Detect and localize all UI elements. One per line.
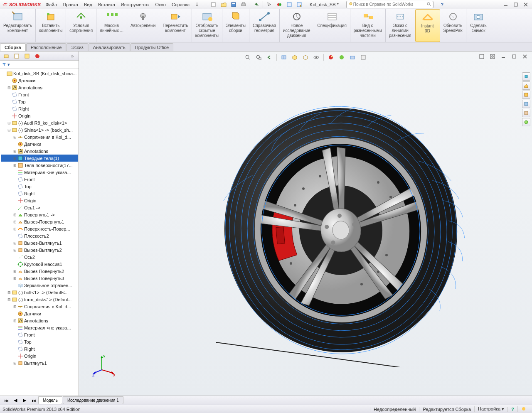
ribbon-4[interactable]: Автокрепежи (127, 9, 159, 42)
scene-icon[interactable] (326, 53, 335, 61)
tree-item[interactable]: Датчики (1, 140, 78, 148)
vp-min-icon[interactable] (499, 52, 508, 61)
menu-Окно[interactable]: Окно (153, 1, 168, 8)
tree-item[interactable]: ⊞Повернуть1 -> (1, 211, 78, 218)
appearance-icon[interactable] (337, 53, 346, 61)
tree-item[interactable]: ⊞(-) bolt<1> -> (Default<... (1, 289, 78, 296)
btab-nav-last-icon[interactable]: ⏭ (29, 396, 38, 405)
menu-Вставка[interactable]: Вставка (96, 1, 118, 8)
ribbon-9[interactable]: Новоеисследованиедвижения (280, 9, 314, 42)
hide-show-icon[interactable] (312, 53, 321, 61)
ribbon-6[interactable]: Отобразитьскрытыекомпоненты (192, 9, 222, 42)
render-icon[interactable] (348, 53, 357, 61)
status-help-icon[interactable]: ? (507, 407, 517, 412)
tree-item[interactable]: ⊟(-) Shina<1> -> (back_sh... (1, 126, 78, 133)
ribbon-12[interactable]: Эскиз слиниямиразнесения (386, 9, 415, 42)
tree-config-icon[interactable] (12, 52, 21, 60)
ribbon-5[interactable]: Переместитькомпонент (159, 9, 192, 42)
ribbon-13[interactable]: Instant3D (415, 9, 440, 42)
bottom-tab-Исследование движения 1[interactable]: Исследование движения 1 (63, 396, 123, 404)
ribbon-10[interactable]: Спецификация (314, 9, 350, 42)
close-icon[interactable] (521, 0, 530, 9)
tree-item[interactable]: ⊞Тела поверхности(17... (1, 162, 78, 169)
section-icon[interactable] (279, 53, 288, 61)
tree-item[interactable]: ⊞Вырез-Повернуть1 (1, 218, 78, 225)
tree-item[interactable]: Top (1, 183, 78, 190)
tab-Эскиз[interactable]: Эскиз (66, 43, 88, 51)
tree-item[interactable]: Top (1, 338, 78, 345)
status-settings[interactable]: Настройка ▾ (474, 406, 507, 412)
ribbon-2[interactable]: Условиясопряжения (66, 9, 96, 42)
tree-item[interactable]: Origin (1, 352, 78, 359)
save-icon[interactable] (229, 0, 238, 9)
viewport[interactable]: y x z (79, 52, 532, 396)
search-glass-icon[interactable] (426, 2, 431, 7)
search-box[interactable] (346, 1, 433, 8)
rt-5-icon[interactable] (522, 109, 530, 117)
menu-Инструменты[interactable]: Инструменты (118, 1, 152, 8)
vp-max-icon[interactable] (510, 52, 519, 61)
tab-Продукты Office[interactable]: Продукты Office (131, 43, 173, 51)
tree-item[interactable]: ⊞AAnnotations (1, 317, 78, 324)
tree-item[interactable]: Зеркальное отражен... (1, 282, 78, 289)
rt-6-icon[interactable] (522, 118, 530, 126)
rt-4-icon[interactable] (522, 100, 530, 108)
zoom-fit-icon[interactable] (243, 53, 252, 61)
tree-item[interactable]: ⊞Вырез-Повернуть3 (1, 275, 78, 282)
tree-display-icon[interactable] (22, 52, 32, 60)
rt-home-icon[interactable] (522, 81, 530, 90)
maximize-icon[interactable] (511, 0, 520, 9)
open-icon[interactable] (219, 0, 228, 9)
tree-item[interactable]: ⊞AAnnotations (1, 84, 78, 91)
rt-3-icon[interactable] (522, 91, 530, 99)
tree-item[interactable]: ⊞Вырез-Вытянуть1 (1, 239, 78, 246)
display-style-icon[interactable] (301, 53, 310, 61)
view-orient-icon[interactable] (290, 53, 299, 61)
tree-item[interactable]: Плоскость2 (1, 232, 78, 239)
tree-item[interactable]: Датчики (1, 77, 78, 84)
tree-item[interactable]: Right (1, 190, 78, 197)
menu-Справка[interactable]: Справка (169, 1, 192, 8)
multi-view-icon[interactable] (488, 52, 497, 61)
tree-item[interactable]: ⊞Сопряжения в Kol_d... (1, 303, 78, 310)
tree-item[interactable]: ⊞(-) Audi R8_kol_disk<1> (1, 119, 78, 126)
single-view-icon[interactable] (477, 52, 486, 61)
feature-tree[interactable]: Kol_disk_SB (Kol_disk_shina...Датчики⊞AA… (0, 69, 79, 396)
minimize-icon[interactable] (501, 0, 510, 9)
tree-item[interactable]: ⊞Сопряжения в Kol_d... (1, 133, 78, 140)
tree-item[interactable]: Датчики (1, 310, 78, 317)
ribbon-14[interactable]: ОбновитьSpeedPak (440, 9, 466, 42)
menu-Правка[interactable]: Правка (60, 1, 81, 8)
tree-item[interactable]: Front (1, 331, 78, 338)
pin-icon[interactable] (195, 2, 200, 7)
tree-item[interactable]: Front (1, 176, 78, 183)
tree-asm-icon[interactable] (2, 52, 11, 60)
ribbon-1[interactable]: Вставитькомпоненты (36, 9, 66, 42)
tree-item[interactable]: ⊞AAnnotations (1, 148, 78, 155)
tab-Анализировать[interactable]: Анализировать (89, 43, 130, 51)
help-icon[interactable]: ? (438, 0, 447, 9)
tab-Сборка[interactable]: Сборка (0, 43, 26, 51)
ribbon-3[interactable]: Массивлинейных ... (96, 9, 127, 42)
options-icon[interactable] (285, 0, 294, 9)
tree-item[interactable]: ⊞Вырез-Вытянуть2 (1, 246, 78, 253)
select-icon[interactable] (265, 0, 274, 9)
btab-nav-next-icon[interactable]: ▶ (20, 396, 29, 405)
tree-item[interactable]: Top (1, 98, 78, 105)
search-input[interactable] (353, 2, 426, 7)
menu-Вид[interactable]: Вид (81, 1, 95, 8)
btab-nav-first-icon[interactable]: ⏮ (2, 396, 11, 405)
tree-item[interactable]: Origin (1, 197, 78, 204)
tree-item[interactable]: Материал <не указа... (1, 324, 78, 331)
tree-item[interactable]: Right (1, 345, 78, 352)
tree-item[interactable]: ⊞Поверхность-Повер... (1, 225, 78, 232)
tree-item[interactable]: Right (1, 105, 78, 112)
new-icon[interactable] (209, 0, 218, 9)
zoom-area-icon[interactable] (254, 53, 263, 61)
ribbon-7[interactable]: Элементысборки (222, 9, 249, 42)
options2-icon[interactable] (295, 0, 304, 9)
undo-icon[interactable] (252, 0, 261, 9)
settings-icon[interactable] (359, 53, 368, 61)
tree-item[interactable]: ⊞Вырез-Повернуть2 (1, 268, 78, 275)
rt-1-icon[interactable] (522, 72, 530, 81)
